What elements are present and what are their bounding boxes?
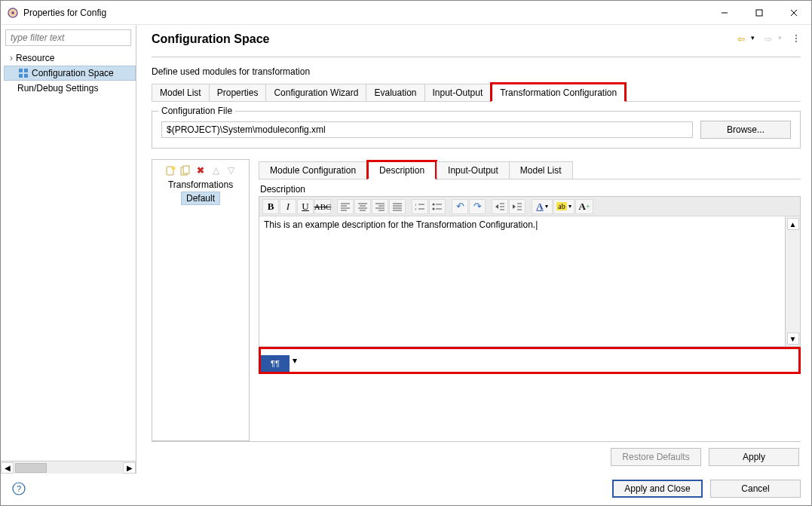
svg-point-12 <box>795 41 797 42</box>
chevron-down-icon[interactable]: ▾ <box>290 355 300 366</box>
strike-icon[interactable]: ABC <box>314 199 331 214</box>
browse-button[interactable]: Browse... <box>700 121 791 139</box>
tab-model-list[interactable]: Model List <box>152 84 210 101</box>
tab-input-output[interactable]: Input-Output <box>424 84 492 101</box>
svg-rect-16 <box>183 166 189 173</box>
underline-icon[interactable]: U <box>297 199 314 214</box>
bg-color-icon[interactable]: ab▾ <box>553 199 575 214</box>
header-nav-icons: ⇦ ▾ ⇨ ▾ <box>737 34 801 43</box>
indent-icon[interactable] <box>509 199 526 214</box>
back-menu-icon[interactable]: ▾ <box>751 34 760 43</box>
svg-point-11 <box>795 38 797 39</box>
align-right-icon[interactable] <box>372 199 388 214</box>
undo-icon[interactable]: ↶ <box>452 199 468 214</box>
nav-hscrollbar[interactable]: ◀ ▶ <box>1 461 136 474</box>
back-icon[interactable]: ⇦ <box>737 34 746 43</box>
align-center-icon[interactable] <box>354 199 371 214</box>
list-unordered-icon[interactable] <box>429 199 446 214</box>
nav-item-run-debug[interactable]: Run/Debug Settings <box>4 81 136 96</box>
svg-point-14 <box>172 167 176 170</box>
app-icon <box>7 7 19 19</box>
scroll-thumb[interactable] <box>15 463 47 473</box>
paragraph-style-highlight: ¶¶ ▾ <box>259 347 801 374</box>
copy-icon[interactable] <box>179 164 192 176</box>
window-title: Properties for Config <box>23 8 106 18</box>
align-justify-icon[interactable] <box>389 199 406 214</box>
maximize-button[interactable] <box>742 2 777 24</box>
svg-rect-6 <box>19 69 23 72</box>
svg-text:?: ? <box>17 484 21 493</box>
page-button-bar: Restore Defaults Apply <box>152 441 801 471</box>
new-icon[interactable] <box>164 164 176 176</box>
restore-defaults-button[interactable]: Restore Defaults <box>611 448 701 466</box>
help-icon[interactable]: ? <box>11 481 26 496</box>
nav-tree: › Resource Configuration Space Run/Debug… <box>1 49 136 461</box>
outdent-icon[interactable] <box>492 199 508 214</box>
config-file-group: Configuration File Browse... <box>152 111 801 149</box>
paragraph-style-menu[interactable]: ¶¶ <box>261 355 290 372</box>
svg-point-37 <box>433 203 435 205</box>
menu-icon[interactable] <box>792 34 801 43</box>
svg-point-10 <box>795 35 797 36</box>
tab-properties[interactable]: Properties <box>209 84 267 101</box>
font-increase-icon[interactable]: A+ <box>575 199 593 214</box>
rte-content[interactable]: This is an example description for the T… <box>259 216 785 346</box>
tree-item-default[interactable]: Default <box>181 192 220 205</box>
scroll-down-icon[interactable]: ▼ <box>787 333 799 345</box>
svg-rect-7 <box>24 69 28 72</box>
cancel-button[interactable]: Cancel <box>710 480 801 498</box>
grid-icon <box>18 68 29 78</box>
tab-config-wizard[interactable]: Configuration Wizard <box>265 84 366 101</box>
svg-marker-41 <box>495 204 498 209</box>
properties-dialog: Properties for Config › Resource <box>0 0 812 506</box>
scroll-up-icon[interactable]: ▲ <box>787 218 799 230</box>
inner-tabs: Module Configuration Description Input-O… <box>259 159 801 179</box>
forward-icon: ⇨ <box>765 34 774 43</box>
down-icon[interactable]: ▽ <box>225 164 237 176</box>
tree-toolbar: ✖ △ ▽ <box>164 164 237 176</box>
tab-transformation-configuration[interactable]: Transformation Configuration <box>490 82 627 102</box>
svg-point-39 <box>433 207 435 210</box>
tab-evaluation[interactable]: Evaluation <box>366 84 424 101</box>
rte-vscrollbar[interactable]: ▲ ▼ <box>785 216 800 346</box>
svg-rect-9 <box>24 74 28 78</box>
scroll-right-icon[interactable]: ▶ <box>123 462 136 474</box>
filter-input[interactable] <box>5 29 131 46</box>
forward-menu-icon: ▾ <box>778 34 787 43</box>
transformations-tree: ✖ △ ▽ Transformations Default <box>152 159 250 441</box>
tab-description[interactable]: Description <box>366 160 437 179</box>
scroll-left-icon[interactable]: ◀ <box>1 462 14 474</box>
apply-and-close-button[interactable]: Apply and Close <box>612 480 703 498</box>
tab-inner-io[interactable]: Input-Output <box>437 161 510 179</box>
svg-text:2: 2 <box>415 207 417 211</box>
config-file-legend: Configuration File <box>158 106 235 116</box>
tab-inner-model-list[interactable]: Model List <box>509 161 573 179</box>
svg-text:1: 1 <box>415 203 417 207</box>
page-title: Configuration Space <box>152 32 269 46</box>
bold-icon[interactable]: B <box>262 199 279 214</box>
tab-module-config[interactable]: Module Configuration <box>259 161 367 179</box>
nav-item-resource[interactable]: › Resource <box>4 51 136 66</box>
nav-label: Run/Debug Settings <box>17 83 98 94</box>
nav-label: Configuration Space <box>32 68 114 78</box>
redo-icon[interactable]: ↷ <box>469 199 486 214</box>
text-color-icon[interactable]: A▾ <box>532 199 553 214</box>
list-ordered-icon[interactable]: 12 <box>412 199 428 214</box>
dialog-footer: ? Apply and Close Cancel <box>1 474 811 505</box>
nav-item-configuration-space[interactable]: Configuration Space <box>4 66 136 81</box>
close-button[interactable] <box>777 2 811 24</box>
minimize-button[interactable] <box>707 2 742 24</box>
apply-button[interactable]: Apply <box>709 448 799 466</box>
italic-icon[interactable]: I <box>280 199 296 214</box>
delete-icon[interactable]: ✖ <box>195 164 207 176</box>
expand-icon[interactable]: › <box>7 53 16 63</box>
config-file-path-input[interactable] <box>161 121 693 138</box>
up-icon[interactable]: △ <box>210 164 222 176</box>
rte-toolbar: B I U ABC 12 <box>259 197 800 216</box>
align-left-icon[interactable] <box>337 199 354 214</box>
titlebar: Properties for Config <box>1 1 811 25</box>
description-label: Description <box>260 184 801 195</box>
nav-label: Resource <box>16 53 54 63</box>
scroll-track[interactable] <box>14 462 122 474</box>
tree-root-label[interactable]: Transformations <box>155 179 246 190</box>
